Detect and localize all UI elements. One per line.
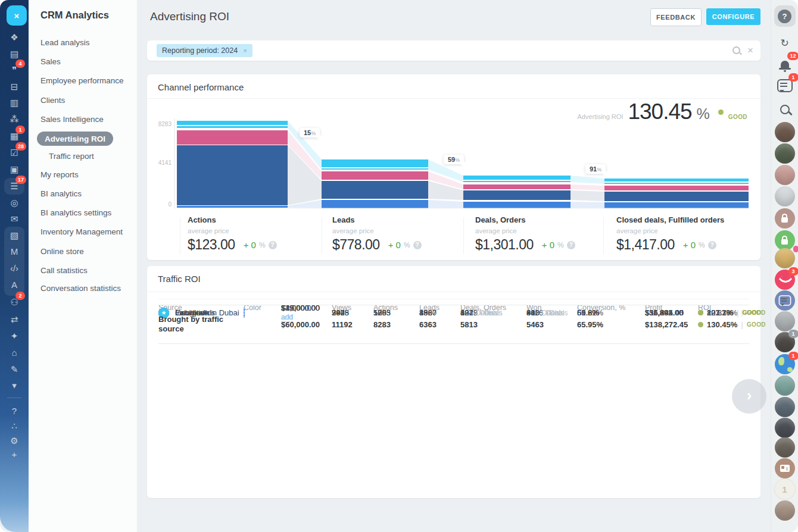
plus-icon[interactable]: + — [0, 447, 29, 461]
logo-pinwheel-icon[interactable]: ❖ — [0, 30, 29, 44]
metric-price: $1,417.00 — [616, 237, 675, 253]
clear-filter-icon[interactable]: × — [747, 45, 753, 55]
svg-text:8283: 8283 — [158, 121, 172, 127]
calendar-icon[interactable]: ▦1 — [0, 129, 29, 143]
drawer-icon[interactable]: ⊟ — [0, 79, 29, 93]
page-title: Advertising ROI — [150, 10, 229, 23]
notifications-bell-icon[interactable]: 12 — [775, 54, 795, 74]
help-circle-icon[interactable]: ? — [708, 241, 716, 249]
structure-icon[interactable]: ∴ — [0, 418, 29, 433]
sidebar-item-employee-performance[interactable]: Employee performance — [40, 74, 124, 87]
inventory-icon[interactable]: ▧ — [0, 228, 29, 242]
configure-button[interactable]: CONFIGURE — [706, 8, 760, 25]
sidebar-item-clients[interactable]: Clients — [40, 93, 65, 107]
lock-icon[interactable] — [775, 208, 795, 229]
sidebar-item-my-reports[interactable]: My reports — [40, 168, 79, 181]
notification-badge: 1 — [15, 126, 25, 134]
main-content: Advertising ROI FEEDBACK CONFIGURE Repor… — [137, 0, 771, 532]
dev-code-icon[interactable]: ‹/› — [0, 261, 29, 275]
avatar[interactable] — [775, 122, 795, 142]
help-icon[interactable]: ? — [774, 5, 796, 27]
sidebar-item-lead-analysis[interactable]: Lead analysis — [40, 36, 90, 49]
sidebar-item-sales[interactable]: Sales — [40, 55, 61, 68]
notification-badge: 12 — [787, 52, 798, 60]
avatar[interactable] — [775, 375, 795, 396]
cart-icon[interactable]: ✦ — [0, 328, 29, 343]
store-icon[interactable]: ⌂ — [0, 345, 29, 359]
help-circle-icon[interactable]: ? — [567, 241, 575, 249]
avatar[interactable] — [775, 500, 795, 521]
target-icon[interactable]: ◎ — [0, 195, 29, 209]
filter-tag-close-icon[interactable]: × — [243, 47, 247, 54]
menu-collapse-button[interactable]: × — [7, 5, 27, 26]
sidebar-item-call-statistics[interactable]: Call statistics — [40, 264, 88, 277]
filter-bar[interactable]: Reporting period: 2024 × × — [147, 40, 760, 61]
roi-status-badge: GOOD — [747, 321, 766, 328]
contacts-card-icon[interactable]: ▣ — [0, 162, 29, 176]
metric-sublabel: average price — [475, 227, 575, 234]
sidebar-item-inventory-management[interactable]: Inventory Management — [40, 225, 123, 238]
sidebar-item-sales-intelligence[interactable]: Sales Intelligence — [40, 112, 104, 126]
lock-icon[interactable] — [775, 230, 795, 251]
avatar[interactable] — [775, 418, 795, 438]
avatar[interactable] — [775, 311, 795, 331]
sidebar-item-traffic-report[interactable]: Traffic report — [49, 149, 94, 162]
help-circle-icon[interactable]: ? — [413, 241, 422, 249]
history-icon[interactable]: ↻ — [777, 35, 793, 51]
crm-funnel-icon[interactable]: ☰17 — [0, 179, 29, 193]
avatar[interactable] — [775, 397, 795, 417]
notification-badge: 28 — [15, 142, 26, 151]
avatar[interactable] — [775, 437, 795, 458]
sidebar-item-bi-analytics-settings[interactable]: BI analytics settings — [40, 206, 111, 219]
automation-icon[interactable]: A — [0, 277, 29, 292]
feed-icon[interactable]: ▤ — [0, 46, 29, 61]
profit-total: $138,272.45 — [645, 320, 698, 329]
chat-icon[interactable]: 1 — [775, 76, 795, 96]
search-icon[interactable] — [775, 99, 795, 120]
metric-card-closed-deals-fulfilled-orders: Closed deals, Fulfilled orders average p… — [616, 215, 724, 253]
intranet-card-icon[interactable] — [775, 458, 795, 478]
sidebar-item-advertising-roi[interactable]: Advertising ROI — [37, 132, 113, 146]
rail-divider — [7, 398, 21, 398]
avatar[interactable] — [775, 143, 795, 164]
funnel-chart[interactable]: 8283 4141 015%59%91% — [147, 116, 760, 214]
table-footer-row: Brought by traffic source$60,000.0011192… — [158, 305, 749, 344]
notification-badge: 1 — [788, 330, 798, 338]
help-icon[interactable]: ? — [0, 403, 29, 418]
messenger-icon[interactable]: ❞4 — [0, 62, 29, 77]
metric-delta: + 0 — [244, 240, 256, 250]
filter-tag[interactable]: Reporting period: 2024 × — [157, 44, 253, 57]
conversion-total: 65.95% — [577, 320, 645, 329]
globe-icon[interactable]: 1 — [775, 354, 795, 374]
avatar[interactable]: 1 — [775, 332, 795, 352]
metric-label: Deals, Orders — [475, 215, 575, 224]
help-circle-icon[interactable]: ? — [269, 241, 277, 249]
sidebar-item-conversation-statistics[interactable]: Conversation statistics — [40, 281, 121, 295]
feedback-button[interactable]: FEEDBACK — [650, 8, 702, 26]
chevron-down-icon[interactable]: ▾ — [0, 378, 29, 392]
avatar[interactable] — [775, 248, 795, 268]
group-chat-icon[interactable] — [775, 290, 795, 311]
gear-icon[interactable]: ⚙ — [0, 433, 29, 447]
people-icon[interactable]: ⁂ — [0, 112, 29, 126]
notification-badge: 4 — [15, 60, 25, 68]
avatar[interactable] — [775, 186, 795, 206]
sign-icon[interactable]: ✎ — [0, 362, 29, 376]
trophy-icon[interactable]: 1 — [774, 478, 796, 500]
sidebar-item-online-store[interactable]: Online store — [40, 245, 84, 258]
documents-icon[interactable]: ▥ — [0, 95, 29, 109]
next-page-button[interactable]: › — [732, 379, 766, 414]
phone-icon[interactable]: 3 — [775, 270, 795, 290]
metric-delta: + 0 — [542, 240, 554, 250]
tasks-icon[interactable]: ☑28 — [0, 145, 29, 159]
roi-total: 130.45% — [707, 320, 737, 329]
avatar[interactable] — [775, 165, 795, 185]
robot-icon[interactable]: ⚇2 — [0, 295, 29, 309]
search-icon[interactable] — [732, 46, 740, 54]
status-dot — [718, 109, 724, 115]
sliders-icon[interactable]: ⇄ — [0, 312, 29, 326]
sites-icon[interactable]: M — [0, 244, 29, 258]
sidebar-item-bi-analytics[interactable]: BI analytics — [40, 187, 82, 200]
mail-icon[interactable]: ✉ — [0, 211, 29, 226]
metric-card-deals-orders: Deals, Orders average price $1,301.00 + … — [475, 215, 575, 253]
